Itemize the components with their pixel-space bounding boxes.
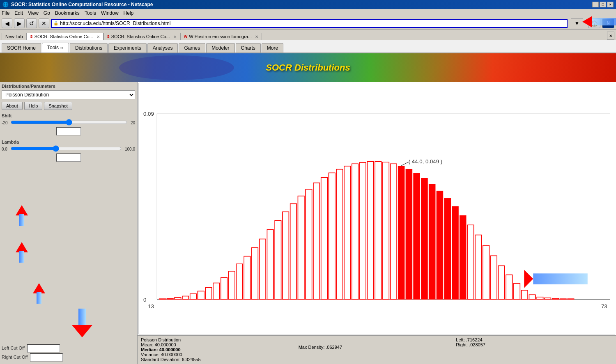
- menu-help[interactable]: Help: [124, 10, 134, 16]
- app-tab-more[interactable]: More: [262, 43, 283, 53]
- menu-file[interactable]: File: [2, 10, 9, 16]
- app-tab-distributions[interactable]: Distributions: [70, 43, 108, 53]
- browser-tab-positron[interactable]: W W Positron emission tomogra... ✕: [180, 33, 262, 40]
- svg-rect-14: [205, 288, 211, 300]
- right-panel: 0.09 0 13 73: [138, 82, 616, 364]
- tab-icon-2: S: [107, 34, 110, 39]
- svg-rect-16: [221, 277, 227, 299]
- svg-text:13: 13: [148, 303, 154, 309]
- svg-rect-21: [260, 239, 266, 299]
- menu-bookmarks[interactable]: Bookmarks: [55, 10, 80, 16]
- browser-tab-close-1[interactable]: ✕: [97, 34, 100, 39]
- svg-rect-51: [491, 256, 497, 299]
- banner: SOCR Distributions: [0, 53, 616, 82]
- svg-rect-32: [344, 166, 350, 300]
- lambda-slider[interactable]: [11, 145, 122, 152]
- app-tab-games[interactable]: Games: [179, 43, 205, 53]
- window-controls[interactable]: _ □ ×: [592, 2, 614, 7]
- url-input[interactable]: [60, 21, 565, 26]
- svg-rect-8: [159, 299, 165, 299]
- stats-col-left: Poisson Distribution Mean: 40.000000 Med…: [141, 337, 298, 362]
- svg-rect-45: [444, 198, 451, 299]
- chart-svg: 0.09 0 13 73: [139, 83, 615, 334]
- app-tab-experiments[interactable]: Experiments: [108, 43, 147, 53]
- app-tab-home[interactable]: SOCR Home: [2, 43, 41, 53]
- deco-arrow-up-3: [33, 283, 45, 304]
- title-bar: 🌐 SOCR: Statistics Online Computational …: [0, 0, 616, 9]
- right-cutoff-input[interactable]: 52: [30, 353, 63, 362]
- close-btn[interactable]: ×: [607, 2, 614, 7]
- svg-rect-12: [190, 294, 196, 299]
- svg-rect-10: [175, 298, 181, 299]
- shift-slider-track[interactable]: [11, 119, 127, 126]
- reload-button[interactable]: ↺: [26, 18, 37, 28]
- app-icon: 🌐: [2, 2, 9, 7]
- svg-rect-46: [452, 206, 458, 299]
- svg-rect-38: [391, 164, 397, 299]
- menu-window[interactable]: Window: [101, 10, 119, 16]
- browser-tab-socr2[interactable]: S SOCR: Statistics Online Co... ✕: [103, 33, 180, 40]
- svg-rect-36: [375, 162, 381, 300]
- browser-tab-close-2[interactable]: ✕: [173, 34, 177, 39]
- browser-tab-socr2-label: SOCR: Statistics Online Co...: [111, 34, 170, 39]
- distribution-select[interactable]: Poisson Distribution Normal Distribution…: [2, 90, 135, 99]
- svg-rect-39: [398, 166, 404, 300]
- svg-rect-48: [467, 225, 473, 299]
- lambda-slider-track[interactable]: [11, 145, 122, 153]
- snapshot-button[interactable]: Snapshot: [44, 102, 72, 110]
- svg-rect-42: [421, 179, 428, 300]
- app-tab-bar: SOCR Home Tools ⇒ Distributions Experime…: [0, 40, 616, 53]
- url-dropdown[interactable]: ▼: [571, 18, 583, 28]
- shift-value-input[interactable]: 0: [56, 127, 81, 135]
- app-tab-analyses[interactable]: Analyses: [147, 43, 178, 53]
- browser-tab-new[interactable]: New Tab: [2, 33, 27, 40]
- right-cutoff-label: Right Cut Off: [2, 355, 28, 359]
- svg-rect-54: [514, 284, 520, 300]
- about-button[interactable]: About: [2, 102, 23, 110]
- shift-slider[interactable]: [11, 119, 127, 126]
- browser-tab-socr1[interactable]: S SOCR: Statistics Online Co... ✕: [27, 33, 103, 40]
- stat-distribution: Poisson Distribution: [141, 337, 298, 342]
- menu-edit[interactable]: Edit: [14, 10, 23, 16]
- svg-rect-31: [336, 169, 342, 299]
- minimize-btn[interactable]: _: [592, 2, 599, 7]
- right-cutoff-row: Right Cut Off 52: [2, 353, 135, 362]
- left-cutoff-input[interactable]: 44: [27, 344, 60, 353]
- cutoff-section: Left Cut Off 44 Right Cut Off 52: [2, 344, 135, 362]
- shift-section: Shift -20 20 0: [2, 113, 135, 136]
- back-button[interactable]: ◀: [2, 18, 12, 28]
- svg-rect-9: [167, 298, 173, 299]
- stat-mean: Mean: 40.000000: [141, 342, 298, 347]
- svg-rect-15: [213, 283, 219, 300]
- svg-rect-47: [460, 215, 466, 299]
- browser-tab-close-3[interactable]: ✕: [255, 34, 258, 39]
- forward-button[interactable]: ▶: [14, 18, 25, 28]
- lambda-value-input[interactable]: 40: [56, 153, 81, 162]
- svg-rect-30: [329, 173, 335, 299]
- menu-tools[interactable]: Tools: [85, 10, 96, 16]
- menu-go[interactable]: Go: [44, 10, 50, 16]
- svg-text:73: 73: [601, 303, 607, 309]
- menu-view[interactable]: View: [28, 10, 39, 16]
- title-bar-left: 🌐 SOCR: Statistics Online Computational …: [2, 2, 153, 7]
- tab-icon-1: S: [30, 34, 33, 39]
- banner-title: SOCR Distributions: [266, 62, 350, 73]
- app-tab-tools[interactable]: Tools ⇒: [42, 43, 69, 53]
- lambda-max: 100.0: [125, 147, 135, 151]
- help-button[interactable]: Help: [24, 102, 43, 110]
- svg-text:0.09: 0.09: [143, 111, 154, 117]
- svg-rect-26: [298, 196, 304, 300]
- svg-rect-34: [360, 163, 366, 299]
- tools-arrow-icon: ⇒: [60, 46, 63, 50]
- tab-icon-3: W: [184, 34, 188, 39]
- svg-rect-49: [475, 235, 481, 300]
- deco-arrow-up-2: [16, 242, 28, 263]
- app-tab-modeler[interactable]: Modeler: [206, 43, 234, 53]
- stat-right: Right: .028057: [456, 342, 613, 347]
- svg-rect-35: [367, 162, 373, 300]
- maximize-btn[interactable]: □: [600, 2, 606, 7]
- app-tab-charts[interactable]: Charts: [236, 43, 261, 53]
- stop-button[interactable]: ✕: [39, 18, 49, 28]
- svg-rect-57: [537, 297, 543, 300]
- tab-close-all[interactable]: ✕: [607, 32, 614, 40]
